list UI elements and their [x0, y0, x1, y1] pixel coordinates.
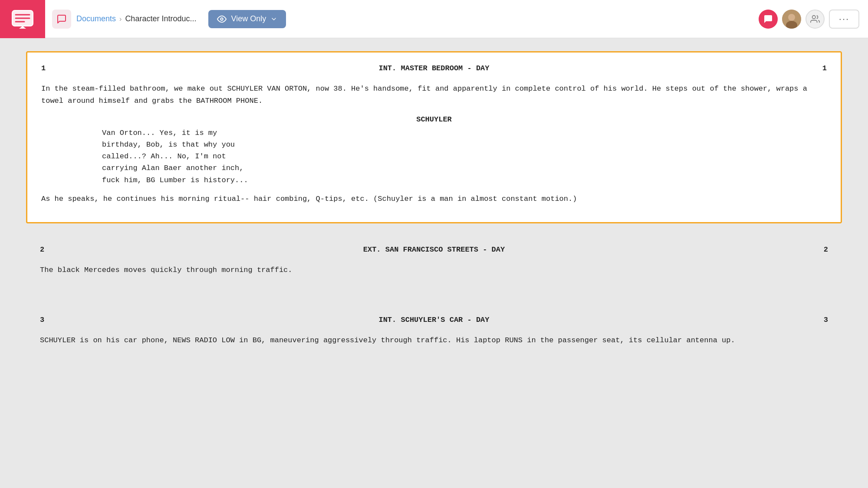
- scene-block-2: 2 EXT. SAN FRANCISCO STREETS - DAY 2 The…: [26, 234, 842, 294]
- scene-header-2: 2 EXT. SAN FRANCISCO STREETS - DAY 2: [40, 244, 828, 255]
- scene-number-left-2: 2: [40, 244, 44, 255]
- scene-number-left-3: 3: [40, 314, 44, 326]
- more-dots: ···: [839, 13, 849, 25]
- scene-number-left-1: 1: [41, 63, 46, 74]
- breadcrumb-documents[interactable]: Documents: [76, 14, 116, 23]
- scene-number-right-3: 3: [824, 314, 828, 326]
- users-icon: [810, 14, 820, 24]
- app-header: Documents › Character Introduc... View O…: [0, 0, 868, 38]
- scene-character-1: SCHUYLER: [41, 114, 827, 125]
- logo-icon: [10, 7, 35, 31]
- chat-icon: [56, 14, 67, 24]
- user-photo-icon: [782, 10, 801, 29]
- scene-number-right-1: 1: [822, 63, 827, 74]
- svg-point-7: [788, 14, 795, 21]
- scene-body-2: The black Mercedes moves quickly through…: [40, 264, 828, 276]
- app-logo: [0, 0, 45, 38]
- more-options-button[interactable]: ···: [829, 10, 859, 29]
- main-content: 1 INT. MASTER BEDROOM - DAY 1 In the ste…: [0, 38, 868, 488]
- eye-icon: [217, 14, 227, 24]
- scene-heading-3: INT. SCHUYLER'S CAR - DAY: [378, 314, 489, 326]
- scene-action-1a: In the steam-filled bathroom, we make ou…: [41, 83, 827, 106]
- breadcrumb-current: Character Introduc...: [125, 14, 196, 23]
- scene-block-1: 1 INT. MASTER BEDROOM - DAY 1 In the ste…: [26, 51, 842, 223]
- scene-action-1b: As he speaks, he continues his morning r…: [41, 193, 827, 205]
- scene-body-1: In the steam-filled bathroom, we make ou…: [41, 83, 827, 205]
- svg-point-5: [221, 18, 224, 20]
- nav-document-icon[interactable]: [52, 10, 71, 29]
- avatar-self[interactable]: [759, 10, 778, 29]
- breadcrumb-chevron: ›: [119, 15, 122, 23]
- avatar-manage-users[interactable]: [806, 10, 825, 29]
- scene-action-3: SCHUYLER is on his car phone, NEWS RADIO…: [40, 334, 828, 346]
- scene-heading-1: INT. MASTER BEDROOM - DAY: [378, 63, 489, 74]
- scene-number-right-2: 2: [824, 244, 828, 255]
- view-only-button[interactable]: View Only: [208, 10, 286, 28]
- scene-header-1: 1 INT. MASTER BEDROOM - DAY 1: [41, 63, 827, 74]
- scene-block-3: 3 INT. SCHUYLER'S CAR - DAY 3 SCHUYLER i…: [26, 304, 842, 364]
- scene-action-2: The black Mercedes moves quickly through…: [40, 264, 828, 276]
- header-right: ···: [759, 10, 859, 29]
- view-only-label: View Only: [231, 14, 266, 23]
- chevron-down-icon: [270, 16, 277, 23]
- scene-dialogue-1: Van Orton... Yes, it is my birthday, Bob…: [41, 127, 827, 186]
- scene-heading-2: EXT. SAN FRANCISCO STREETS - DAY: [363, 244, 505, 255]
- avatar-user[interactable]: [782, 10, 801, 29]
- chat-avatar-icon: [763, 14, 773, 24]
- svg-point-9: [812, 15, 815, 18]
- scene-header-3: 3 INT. SCHUYLER'S CAR - DAY 3: [40, 314, 828, 326]
- breadcrumb: Documents › Character Introduc...: [76, 14, 196, 23]
- scene-body-3: SCHUYLER is on his car phone, NEWS RADIO…: [40, 334, 828, 346]
